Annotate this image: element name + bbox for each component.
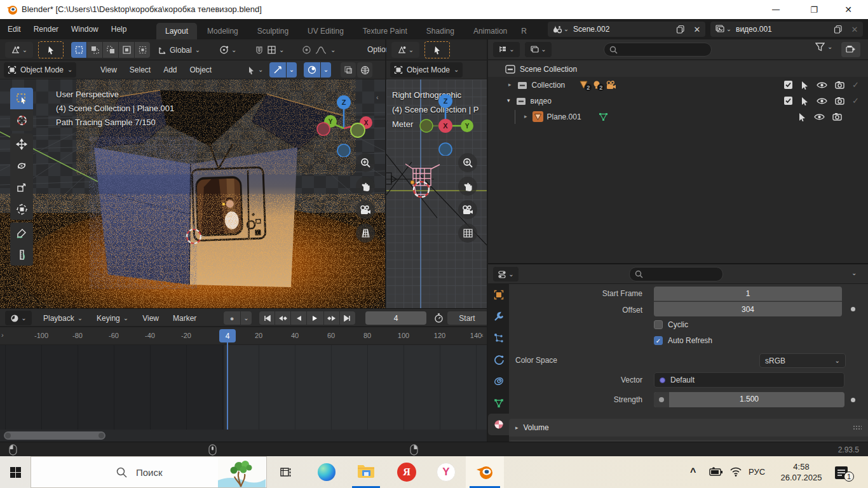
shading-rendered-icon[interactable] bbox=[357, 62, 372, 78]
viewport2-grid-button[interactable] bbox=[458, 224, 477, 243]
expand-arrow-icon[interactable]: ▸ bbox=[524, 114, 527, 119]
gizmos-toggle[interactable] bbox=[269, 62, 286, 78]
viewport2-active-tool-indicator[interactable] bbox=[424, 41, 450, 58]
scene-collection-label[interactable]: Scene Collection bbox=[520, 65, 577, 74]
disable-render-camera-icon[interactable] bbox=[835, 97, 844, 105]
tool-rotate[interactable] bbox=[10, 155, 33, 177]
color-space-dropdown[interactable]: sRGB ⌄ bbox=[759, 353, 846, 368]
play-button[interactable] bbox=[307, 311, 323, 325]
menu-help[interactable]: Help bbox=[105, 25, 133, 34]
animate-dot[interactable] bbox=[851, 307, 855, 311]
timeline-scrollbar-track[interactable] bbox=[0, 430, 487, 442]
video-collection-label[interactable]: видео bbox=[531, 97, 552, 105]
use-preview-range-button[interactable] bbox=[431, 311, 446, 325]
menu-edit[interactable]: Edit bbox=[1, 25, 27, 34]
viewport2-mode-dropdown[interactable]: Object Mode ⌄ bbox=[390, 62, 463, 78]
drag-handle[interactable] bbox=[853, 425, 862, 431]
prev-keyframe-button[interactable] bbox=[275, 311, 290, 325]
workspace-tab-uv-editing[interactable]: UV Editing bbox=[299, 23, 353, 39]
timeline-editor-type-button[interactable]: ⌄ bbox=[5, 311, 32, 325]
tool-measure[interactable] bbox=[10, 244, 33, 266]
tab-material-properties[interactable] bbox=[488, 414, 509, 435]
perspective-toggle-button[interactable] bbox=[356, 224, 375, 243]
zoom-button[interactable] bbox=[356, 153, 375, 172]
current-frame-field[interactable]: 4 bbox=[365, 311, 426, 325]
tab-object-properties[interactable] bbox=[488, 284, 509, 306]
viewport2-pan-button[interactable] bbox=[458, 177, 477, 196]
vector-input[interactable]: Default bbox=[654, 372, 844, 388]
taskbar-yandex-start-icon[interactable]: Y bbox=[428, 456, 464, 488]
viewport-menu-object[interactable]: Object bbox=[184, 65, 219, 74]
viewport2-editor-type-button[interactable]: ⌄ bbox=[391, 42, 419, 58]
start-button[interactable] bbox=[0, 456, 31, 488]
holdout-check-icon[interactable]: ✓ bbox=[852, 96, 859, 105]
start-frame-field[interactable]: Start bbox=[447, 311, 487, 325]
outliner-display-mode-button[interactable]: ⌄ bbox=[525, 42, 552, 57]
close-button[interactable]: ✕ bbox=[834, 0, 863, 19]
new-collection-button[interactable] bbox=[841, 42, 860, 57]
task-view-button[interactable] bbox=[272, 456, 300, 488]
collection-label[interactable]: Collection bbox=[532, 81, 566, 90]
select-mode-subtract[interactable] bbox=[103, 42, 118, 58]
workspace-tab-shading[interactable]: Shading bbox=[417, 23, 463, 39]
minimize-button[interactable]: — bbox=[761, 0, 790, 19]
jump-to-end-button[interactable] bbox=[340, 311, 355, 325]
tool-move[interactable] bbox=[10, 133, 33, 155]
workspace-tab-animation[interactable]: Animation bbox=[465, 23, 516, 39]
language-indicator[interactable]: РУС bbox=[749, 467, 765, 477]
outliner-row-scene-collection[interactable]: Scene Collection bbox=[488, 61, 868, 77]
outliner-search-field[interactable] bbox=[604, 43, 712, 57]
overlays-toggle[interactable] bbox=[304, 62, 320, 78]
taskbar-blender-icon[interactable] bbox=[466, 456, 504, 488]
restore-button[interactable]: ❐ bbox=[799, 0, 829, 19]
tab-object-data-properties[interactable] bbox=[488, 392, 509, 414]
taskbar-explorer-icon[interactable] bbox=[348, 456, 384, 488]
cyclic-checkbox[interactable] bbox=[654, 320, 663, 329]
viewport-render-area[interactable]: User Perspective (4) Scene Collection | … bbox=[0, 79, 385, 308]
scene-unlink-button[interactable]: ✕ bbox=[689, 25, 705, 34]
disable-render-camera-icon[interactable] bbox=[832, 112, 842, 121]
exclude-checkbox[interactable] bbox=[783, 96, 793, 105]
outliner-row-video-collection[interactable]: ▾ видео ✓ bbox=[488, 93, 868, 109]
selectable-toggle-icon[interactable] bbox=[801, 97, 809, 105]
tool-cursor[interactable] bbox=[10, 109, 33, 131]
tool-select-box[interactable] bbox=[10, 88, 33, 109]
play-reverse-button[interactable] bbox=[291, 311, 306, 325]
selectable-toggle-icon[interactable] bbox=[798, 112, 806, 121]
tray-chevron-icon[interactable]: ^ bbox=[690, 466, 696, 478]
workspace-tab-sculpting[interactable]: Sculpting bbox=[248, 23, 297, 39]
playhead-badge[interactable]: 4 bbox=[219, 329, 236, 342]
scene-duplicate-button[interactable] bbox=[672, 25, 689, 34]
tool-annotate[interactable] bbox=[10, 222, 33, 244]
view-layer-duplicate-button[interactable] bbox=[830, 25, 846, 34]
viewport2-navigation-gizmo[interactable]: Z X Y bbox=[419, 86, 474, 156]
selectable-toggle-icon[interactable] bbox=[801, 81, 809, 90]
tab-modifier-properties[interactable] bbox=[488, 306, 509, 327]
tool-scale[interactable] bbox=[10, 177, 33, 198]
hide-viewport-eye-icon[interactable] bbox=[817, 81, 827, 89]
workspace-tab-modeling[interactable]: Modeling bbox=[198, 23, 247, 39]
hide-viewport-eye-icon[interactable] bbox=[814, 113, 825, 121]
hide-viewport-eye-icon[interactable] bbox=[817, 97, 827, 105]
taskbar-yandex-browser-icon[interactable]: Я bbox=[389, 456, 424, 488]
select-mode-intersect[interactable] bbox=[135, 42, 150, 58]
disable-render-camera-icon[interactable] bbox=[835, 81, 844, 89]
timeline-menu-view[interactable]: View bbox=[136, 314, 165, 323]
select-mode-set[interactable] bbox=[71, 42, 86, 58]
tab-constraint-properties[interactable] bbox=[488, 370, 509, 392]
viewport2-camera-view-button[interactable] bbox=[458, 200, 477, 219]
taskbar-edge-icon[interactable] bbox=[309, 456, 344, 488]
volume-panel-header[interactable]: ▸ Volume bbox=[509, 419, 868, 437]
cyclic-checkbox-row[interactable]: Cyclic bbox=[654, 320, 688, 329]
transform-orientation-dropdown[interactable]: Global ⌄ bbox=[158, 42, 200, 58]
menu-render[interactable]: Render bbox=[27, 25, 65, 34]
xray-toggle[interactable] bbox=[341, 62, 356, 78]
viewport-menu-add[interactable]: Add bbox=[157, 65, 183, 74]
notification-center-button[interactable]: 1 bbox=[834, 464, 854, 482]
search-highlight-image[interactable] bbox=[218, 458, 266, 487]
outliner-editor-type-button[interactable]: ⌄ bbox=[493, 42, 520, 57]
gizmos-dropdown[interactable]: ⌄ bbox=[287, 62, 297, 78]
selectability-dropdown[interactable]: ⌄ bbox=[247, 64, 263, 76]
navigation-gizmo[interactable]: Z X Y bbox=[315, 87, 374, 157]
viewport-menu-select[interactable]: Select bbox=[123, 65, 157, 74]
